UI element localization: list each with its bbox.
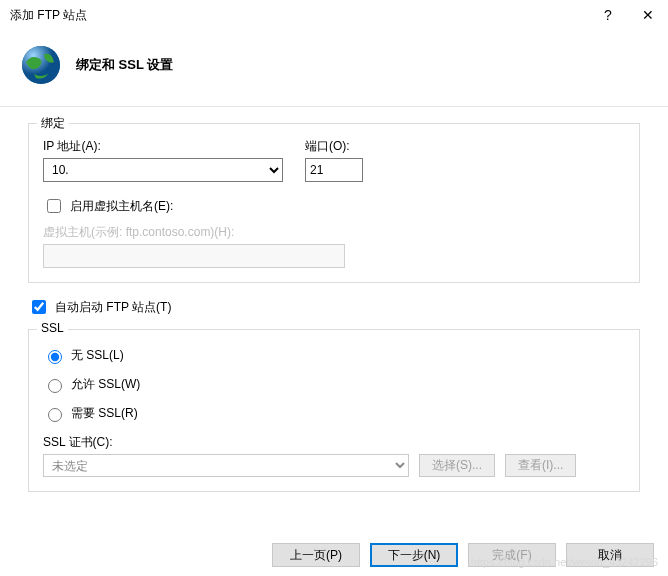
ip-label: IP 地址(A): (43, 138, 283, 155)
binding-group: 绑定 IP 地址(A): 10. 端口(O): 启用虚拟主机名(E): 虚拟主机… (28, 123, 640, 283)
dialog-title: 添加 FTP 站点 (10, 7, 588, 24)
help-icon[interactable]: ? (588, 0, 628, 30)
port-label: 端口(O): (305, 138, 363, 155)
globe-icon (20, 44, 62, 86)
next-button[interactable]: 下一步(N) (370, 543, 458, 567)
port-input[interactable] (305, 158, 363, 182)
vhost-label: 虚拟主机(示例: ftp.contoso.com)(H): (43, 224, 625, 241)
autostart-checkbox[interactable] (32, 300, 46, 314)
ip-select[interactable]: 10. (43, 158, 283, 182)
ssl-view-button: 查看(I)... (505, 454, 576, 477)
cancel-button[interactable]: 取消 (566, 543, 654, 567)
page-title: 绑定和 SSL 设置 (76, 56, 173, 74)
enable-vhost-label: 启用虚拟主机名(E): (70, 198, 173, 215)
ssl-group: SSL 无 SSL(L) 允许 SSL(W) 需要 SSL(R) SSL 证书(… (28, 329, 640, 492)
ssl-select-button: 选择(S)... (419, 454, 495, 477)
ssl-cert-label: SSL 证书(C): (43, 434, 625, 451)
enable-vhost-checkbox[interactable] (47, 199, 61, 213)
binding-legend: 绑定 (37, 115, 69, 132)
ssl-none-radio[interactable] (48, 350, 62, 364)
ssl-require-radio[interactable] (48, 408, 62, 422)
ssl-require-label: 需要 SSL(R) (71, 405, 138, 422)
close-icon[interactable]: ✕ (628, 0, 668, 30)
autostart-label: 自动启动 FTP 站点(T) (55, 299, 171, 316)
ssl-cert-select[interactable]: 未选定 (43, 454, 409, 477)
ssl-allow-radio[interactable] (48, 379, 62, 393)
ssl-legend: SSL (37, 321, 68, 335)
ssl-allow-label: 允许 SSL(W) (71, 376, 140, 393)
vhost-input (43, 244, 345, 268)
prev-button[interactable]: 上一页(P) (272, 543, 360, 567)
ssl-none-label: 无 SSL(L) (71, 347, 124, 364)
finish-button: 完成(F) (468, 543, 556, 567)
